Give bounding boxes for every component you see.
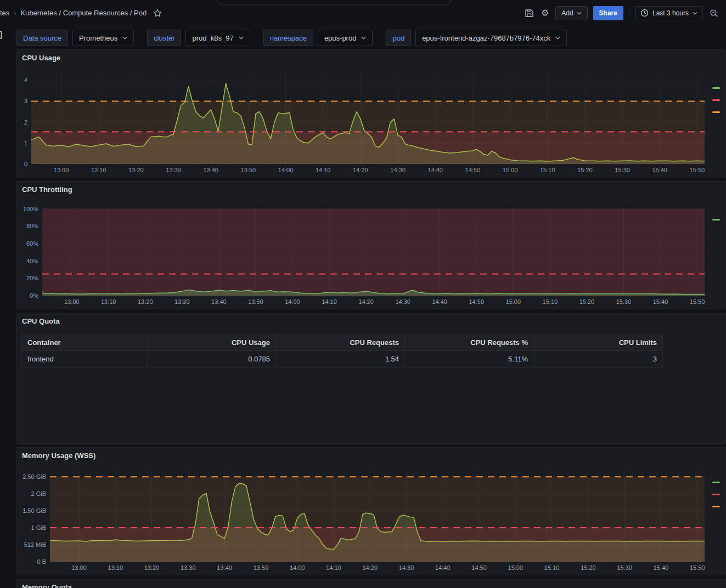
legend-series-dash[interactable] [712,482,720,483]
svg-text:13:30: 13:30 [166,167,181,173]
svg-text:13:00: 13:00 [54,167,69,173]
legend-series-dash[interactable] [712,506,720,507]
breadcrumb: tes › Kubernetes / Compute Resources / P… [0,9,162,18]
svg-text:14:40: 14:40 [432,298,447,305]
panel-cpu-quota: CPU Quota Container CPU Usage CPU Reques… [16,313,726,444]
grafana-dashboard: tes › Kubernetes / Compute Resources / P… [0,0,726,588]
cpu-throttling-chart[interactable]: 0%20%40%60%80%100%13:0013:1013:2013:3013… [17,197,707,307]
svg-text:512 MiB: 512 MiB [24,541,46,548]
variable-pod: pod epus-frontend-azgaz-79687b7976-74xck [386,30,567,46]
zoom-out-icon[interactable] [708,8,719,19]
settings-icon[interactable]: ⚙ [540,7,550,19]
svg-text:15:20: 15:20 [577,167,593,173]
legend-series-dash[interactable] [712,111,720,113]
save-icon[interactable] [524,8,534,19]
svg-text:15:50: 15:50 [690,298,705,305]
svg-text:15:40: 15:40 [653,298,668,305]
star-icon[interactable] [153,9,162,18]
svg-text:15:30: 15:30 [617,564,632,571]
panel-title-memory-quota[interactable]: Memory Quota [17,579,725,588]
cpu-throttling-legend[interactable] [707,197,725,307]
time-range-label: Last 3 hours [652,9,689,17]
variable-pod-label[interactable]: pod [386,30,411,46]
svg-text:13:40: 13:40 [211,298,227,305]
table-header-container[interactable]: Container [22,335,147,351]
cell-cpu-limits: 3 [534,351,663,368]
panel-title-cpu-throttling[interactable]: CPU Throttling [17,182,725,197]
svg-text:13:40: 13:40 [203,167,218,173]
svg-text:20%: 20% [26,275,38,281]
svg-text:80%: 80% [26,223,38,229]
panel-title-cpu-usage[interactable]: CPU Usage [17,50,725,65]
svg-text:13:40: 13:40 [217,564,232,571]
cpu-usage-chart[interactable]: 0123413:0013:1013:2013:3013:4013:5014:00… [17,65,707,175]
panel-body: 0 B512 MiB1 GiB1.50 GiB2 GiB2.50 GiB13:0… [17,463,725,573]
svg-text:1 GiB: 1 GiB [31,524,46,531]
svg-text:13:10: 13:10 [91,167,106,173]
nav-actions: ⚙ Add Share Last 3 hours [524,6,726,20]
share-button[interactable]: Share [593,6,623,20]
svg-text:13:00: 13:00 [71,564,87,571]
svg-text:13:30: 13:30 [175,298,190,305]
panel-title-cpu-quota[interactable]: CPU Quota [17,313,725,329]
chevron-down-icon [577,12,582,15]
svg-text:14:10: 14:10 [322,298,337,305]
panel-memory-usage: Memory Usage (WSS) 0 B512 MiB1 GiB1.50 G… [16,447,726,575]
svg-text:14:20: 14:20 [362,564,378,571]
panel-body: 0123413:0013:1013:2013:3013:4013:5014:00… [17,65,725,175]
legend-series-dash[interactable] [712,219,720,220]
svg-text:13:30: 13:30 [181,564,196,571]
table-header-cpu-limits[interactable]: CPU Limits [534,335,663,351]
svg-text:14:50: 14:50 [471,564,487,571]
variable-namespace-value[interactable]: epus-prod [318,30,373,46]
search-bar-partial[interactable] [217,0,451,4]
panel-title-memory-usage[interactable]: Memory Usage (WSS) [17,448,725,463]
svg-text:14:30: 14:30 [390,167,406,173]
table-header-cpu-usage[interactable]: CPU Usage [147,335,276,351]
variable-datasource-value[interactable]: Prometheus [72,30,134,46]
svg-text:4: 4 [24,77,27,83]
cpu-usage-legend[interactable] [707,65,725,175]
legend-series-dash[interactable] [712,87,720,89]
svg-text:13:50: 13:50 [248,298,263,305]
svg-text:13:00: 13:00 [64,298,80,305]
variable-cluster-value[interactable]: prod_k8s_97 [185,30,250,46]
svg-text:15:40: 15:40 [654,564,669,571]
add-button[interactable]: Add [555,6,587,20]
svg-text:15:10: 15:10 [544,564,560,571]
table-header-cpu-requests-pct[interactable]: CPU Requests % [405,335,534,351]
time-range-picker[interactable]: Last 3 hours [635,6,703,20]
svg-text:14:40: 14:40 [435,564,451,571]
svg-text:15:00: 15:00 [508,564,524,571]
legend-series-dash[interactable] [712,494,720,495]
svg-text:0%: 0% [30,292,38,299]
breadcrumb-current[interactable]: Kubernetes / Compute Resources / Pod [20,9,147,17]
variable-namespace-label[interactable]: namespace [263,30,313,46]
variable-pod-value[interactable]: epus-frontend-azgaz-79687b7976-74xck [415,30,567,46]
panel-cpu-usage: CPU Usage 0123413:0013:1013:2013:3013:40… [16,49,726,178]
svg-text:14:10: 14:10 [326,564,341,571]
variable-pod-value-text: epus-frontend-azgaz-79687b7976-74xck [422,34,550,42]
svg-text:13:20: 13:20 [144,564,160,571]
svg-text:15:50: 15:50 [690,167,705,173]
svg-text:40%: 40% [26,258,38,264]
svg-text:15:30: 15:30 [615,167,630,173]
variable-namespace: namespace epus-prod [263,30,373,46]
add-button-label: Add [561,9,573,17]
svg-text:15:10: 15:10 [543,298,558,305]
svg-text:15:20: 15:20 [581,564,596,571]
variable-datasource-label[interactable]: Data source [16,30,68,46]
table-header-cpu-requests[interactable]: CPU Requests [276,335,405,351]
memory-usage-legend[interactable] [707,463,725,573]
svg-text:100%: 100% [23,206,38,212]
top-nav: tes › Kubernetes / Compute Resources / P… [0,0,726,26]
variable-cluster: cluster prod_k8s_97 [147,30,250,46]
variable-cluster-label[interactable]: cluster [147,30,181,46]
legend-series-dash[interactable] [712,99,720,101]
breadcrumb-prefix[interactable]: tes [0,9,9,17]
svg-text:2 GiB: 2 GiB [31,490,46,497]
svg-text:15:20: 15:20 [579,298,595,305]
share-button-label: Share [599,9,617,17]
svg-text:14:20: 14:20 [358,298,374,305]
memory-usage-chart[interactable]: 0 B512 MiB1 GiB1.50 GiB2 GiB2.50 GiB13:0… [17,463,707,573]
